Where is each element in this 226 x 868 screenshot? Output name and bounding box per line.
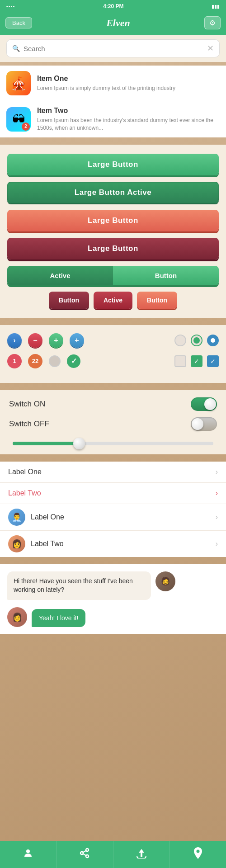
controls-row-1: › − + + bbox=[7, 333, 219, 348]
battery-indicator: ▮▮▮ bbox=[212, 4, 220, 9]
radio-button-2[interactable] bbox=[191, 335, 202, 346]
svg-point-1 bbox=[86, 849, 89, 851]
chat-message-2: 👩 Yeah! I love it! bbox=[7, 607, 219, 627]
person-icon bbox=[23, 848, 33, 861]
tab-share[interactable] bbox=[56, 841, 113, 868]
label-item-1[interactable]: Label One › bbox=[0, 462, 226, 483]
tab-location[interactable] bbox=[170, 841, 226, 868]
chat-message-1: Hi there! Have you seen the stuff I've b… bbox=[7, 571, 219, 600]
switch-on-thumb bbox=[204, 398, 216, 410]
item-title-1: Item One bbox=[37, 75, 175, 83]
svg-point-2 bbox=[80, 852, 83, 854]
switch-on-toggle[interactable] bbox=[191, 397, 217, 411]
slider-thumb[interactable] bbox=[73, 438, 85, 449]
svg-point-0 bbox=[26, 849, 30, 853]
status-time: 4:20 PM bbox=[103, 3, 123, 9]
list-item[interactable]: 🎪 Item One Lorem Ipsum is simply dummy t… bbox=[0, 66, 226, 101]
avatar-label-item-1[interactable]: 👨‍💼 Label One › bbox=[0, 504, 226, 531]
chat-avatar-icon-2: 👩 bbox=[7, 607, 27, 627]
item-text-2: Item Two Lorem Ipsum has been the indust… bbox=[37, 107, 220, 132]
number-badge-1: 1 bbox=[7, 354, 22, 368]
checkbox-group: ✓ ✓ bbox=[174, 355, 219, 367]
search-icon: 🔍 bbox=[12, 45, 20, 52]
upload-icon bbox=[135, 848, 148, 861]
avatar-person-icon-2: 👩 bbox=[8, 535, 25, 552]
label-text-2: Label Two bbox=[8, 489, 41, 497]
app-title: Elven bbox=[106, 17, 130, 29]
small-button-2[interactable]: Button bbox=[137, 292, 177, 309]
large-button-darkred[interactable]: Large Button bbox=[7, 238, 219, 259]
tab-person[interactable] bbox=[0, 841, 56, 868]
list-section: 🎪 Item One Lorem Ipsum is simply dummy t… bbox=[0, 66, 226, 137]
slider-track[interactable] bbox=[13, 442, 213, 445]
minus-icon[interactable]: − bbox=[28, 333, 42, 348]
label-section: Label One › Label Two › 👨‍💼 Label One › … bbox=[0, 462, 226, 557]
small-buttons-row: Button Active Button bbox=[7, 292, 219, 309]
list-item[interactable]: 🕶 2 Item Two Lorem Ipsum has been the in… bbox=[0, 101, 226, 137]
slider-container bbox=[9, 437, 217, 447]
switch-off-row: Switch OFF bbox=[9, 417, 217, 431]
plus-icon[interactable]: + bbox=[49, 333, 63, 348]
navbar: Back Elven ⚙ bbox=[0, 13, 226, 35]
chat-avatar-icon-1: 🧔 bbox=[155, 571, 175, 591]
small-button-1[interactable]: Button bbox=[49, 292, 89, 309]
tab-bar bbox=[0, 841, 226, 868]
signal-strength: ▪▪▪▪ bbox=[6, 4, 15, 9]
search-section: 🔍 ✕ bbox=[0, 35, 226, 62]
checkbox-2[interactable]: ✓ bbox=[191, 355, 202, 367]
chat-avatar-2: 👩 bbox=[7, 607, 27, 627]
svg-line-5 bbox=[83, 851, 86, 853]
item-thumbnail-1: 🎪 bbox=[6, 71, 31, 95]
radio-button-1[interactable] bbox=[174, 335, 186, 346]
switch-off-label: Switch OFF bbox=[9, 420, 49, 429]
share-icon bbox=[79, 848, 90, 861]
number-badge-2: 22 bbox=[28, 354, 42, 368]
chevron-icon-3: › bbox=[216, 513, 218, 521]
item-title-2: Item Two bbox=[37, 107, 220, 115]
svg-point-3 bbox=[86, 855, 89, 858]
split-button-row: Active Button bbox=[7, 266, 219, 285]
avatar-label-text-2: Label Two bbox=[31, 540, 64, 548]
split-button-default[interactable]: Button bbox=[113, 266, 219, 285]
avatar-2: 👩 bbox=[8, 535, 25, 552]
radio-button-3[interactable] bbox=[207, 335, 219, 346]
radio-group bbox=[174, 335, 219, 346]
radio-inner-3 bbox=[211, 338, 215, 343]
avatar-1: 👨‍💼 bbox=[8, 509, 25, 526]
chat-message-text-1: Hi there! Have you seen the stuff I've b… bbox=[7, 571, 151, 600]
svg-point-6 bbox=[196, 850, 199, 853]
chevron-icon-1: › bbox=[216, 468, 218, 476]
switch-off-toggle[interactable] bbox=[191, 417, 217, 431]
back-button[interactable]: Back bbox=[5, 17, 32, 28]
radio-button-empty[interactable] bbox=[49, 355, 61, 367]
label-item-2[interactable]: Label Two › bbox=[0, 483, 226, 504]
checkbox-3[interactable]: ✓ bbox=[207, 355, 219, 367]
large-button-default[interactable]: Large Button bbox=[7, 154, 219, 175]
large-button-salmon[interactable]: Large Button bbox=[7, 210, 219, 231]
avatar-label-text-1: Label One bbox=[31, 513, 64, 521]
chat-section: Hi there! Have you seen the stuff I've b… bbox=[0, 564, 226, 634]
item-desc-1: Lorem Ipsum is simply dummy text of the … bbox=[37, 85, 175, 92]
search-box[interactable]: 🔍 ✕ bbox=[6, 39, 220, 57]
checkbox-1[interactable] bbox=[174, 355, 186, 367]
settings-button[interactable]: ⚙ bbox=[204, 16, 221, 29]
item-icon-1: 🎪 bbox=[11, 76, 27, 91]
controls-section: › − + + 1 22 ✓ ✓ ✓ bbox=[0, 325, 226, 383]
tab-upload[interactable] bbox=[113, 841, 170, 868]
checkmark-icon[interactable]: ✓ bbox=[67, 354, 80, 368]
switch-off-thumb bbox=[192, 418, 203, 430]
item-thumbnail-2: 🕶 2 bbox=[6, 107, 31, 132]
avatar-label-item-2[interactable]: 👩 Label Two › bbox=[0, 531, 226, 557]
chevron-right-icon[interactable]: › bbox=[7, 333, 22, 348]
search-input[interactable] bbox=[24, 45, 207, 52]
status-bar: ▪▪▪▪ 4:20 PM ▮▮▮ bbox=[0, 0, 226, 13]
switch-section: Switch ON Switch OFF bbox=[0, 390, 226, 454]
small-button-active[interactable]: Active bbox=[94, 292, 132, 309]
add-icon[interactable]: + bbox=[70, 333, 84, 348]
split-button-active[interactable]: Active bbox=[7, 266, 113, 285]
search-clear-icon[interactable]: ✕ bbox=[207, 43, 214, 53]
switch-on-row: Switch ON bbox=[9, 397, 217, 411]
large-button-active[interactable]: Large Button Active bbox=[7, 182, 219, 203]
svg-line-4 bbox=[83, 854, 86, 856]
label-text-1: Label One bbox=[8, 468, 42, 476]
